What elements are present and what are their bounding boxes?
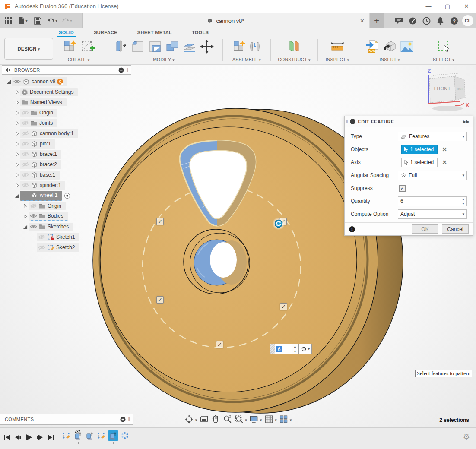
timeline-ruler[interactable]	[61, 444, 127, 446]
tree-arrow[interactable]	[22, 214, 29, 219]
tree-arrow[interactable]	[13, 90, 20, 95]
canvas-image-icon[interactable]	[400, 39, 414, 54]
browser-item-content[interactable]: Origin	[20, 109, 57, 117]
browser-item-content[interactable]: pin:1	[20, 139, 55, 149]
move-icon[interactable]	[200, 39, 214, 54]
pattern-quantity-input[interactable]: 6 ▲▼	[270, 344, 298, 354]
visibility-eye-off-icon[interactable]	[22, 183, 29, 188]
expand-arrow-icon[interactable]	[15, 183, 19, 188]
model-viewport[interactable]: FRONT RIGHT Z X ✓ ✓ ✓ ✓ ✓ 6 ▲▼ ▾ Select …	[0, 65, 476, 427]
app-menu-icon[interactable]	[2, 14, 15, 27]
visibility-eye-off-icon[interactable]	[22, 172, 29, 177]
expand-arrow-icon[interactable]	[15, 152, 19, 157]
browser-item-content[interactable]: cannon v8C	[12, 77, 67, 86]
angular-spacing-button[interactable]: ▾	[298, 344, 312, 354]
expand-arrow-icon[interactable]	[23, 214, 27, 219]
group-construct-label[interactable]: CONSTRUCT	[278, 57, 310, 62]
dialog-minimize-icon[interactable]: –	[350, 119, 355, 124]
expand-arrow-icon[interactable]	[15, 142, 19, 146]
type-dropdown[interactable]: Features▾	[398, 132, 467, 141]
browser-item-cannon-v8[interactable]: cannon v8C	[2, 76, 140, 87]
visibility-eye-off-icon[interactable]	[22, 141, 29, 146]
zoom-button[interactable]	[222, 414, 232, 424]
visibility-eye-icon[interactable]	[22, 193, 29, 198]
workspace-switcher[interactable]: DESIGN	[4, 38, 53, 60]
browser-item-content[interactable]: base:1	[20, 171, 60, 180]
browser-item-brace-1[interactable]: brace:1	[2, 149, 140, 159]
tree-arrow[interactable]	[22, 224, 29, 229]
browser-item-content[interactable]: brace:1	[20, 150, 61, 159]
angular-spacing-dropdown[interactable]: Full▾	[398, 171, 467, 180]
fillet-icon[interactable]	[130, 39, 145, 54]
visibility-eye-icon[interactable]	[13, 79, 21, 84]
pattern-instance-checkbox[interactable]: ✓	[156, 296, 164, 304]
browser-item-cannon-body-1[interactable]: cannon body:1	[2, 128, 140, 139]
visibility-eye-off-icon[interactable]	[22, 110, 29, 115]
select-icon[interactable]	[436, 39, 451, 54]
construct-plane-icon[interactable]	[286, 39, 302, 54]
browser-item-sketch1[interactable]: Sketch1	[2, 232, 140, 242]
tree-arrow[interactable]	[13, 100, 20, 105]
visibility-eye-off-icon[interactable]	[22, 152, 29, 157]
rotate-manipulator-icon[interactable]	[273, 218, 285, 230]
tree-arrow[interactable]	[13, 131, 20, 136]
add-comment-icon[interactable]	[120, 417, 126, 422]
insert-svg-icon[interactable]: SVG	[365, 39, 380, 54]
orbit-button[interactable]	[184, 414, 197, 424]
quantity-field[interactable]: 6 ▲▼	[398, 196, 467, 206]
browser-item-content[interactable]: Sketch2	[37, 243, 79, 252]
combine-icon[interactable]	[165, 39, 180, 54]
tree-arrow[interactable]	[13, 183, 20, 188]
panel-minimize-icon[interactable]	[118, 67, 124, 73]
tree-arrow[interactable]	[13, 162, 20, 167]
browser-item-spinder-1[interactable]: spinder:1	[2, 180, 140, 190]
step-forward-button[interactable]	[37, 434, 44, 441]
notifications-icon[interactable]	[435, 15, 446, 26]
save-button[interactable]	[31, 14, 44, 27]
tree-arrow[interactable]	[22, 204, 29, 209]
tree-arrow[interactable]	[13, 121, 20, 126]
document-tab[interactable]: cannon v8* ✕	[82, 13, 369, 28]
browser-item-named-views[interactable]: Named Views	[2, 97, 140, 108]
view-cube[interactable]: FRONT RIGHT Z X	[422, 68, 472, 114]
pattern-instance-checkbox[interactable]: ✓	[280, 303, 287, 310]
go-to-end-button[interactable]	[48, 434, 54, 441]
play-button[interactable]	[25, 433, 33, 441]
fit-button[interactable]	[234, 414, 247, 424]
suppress-checkbox[interactable]: ✓	[399, 185, 406, 192]
axis-clear-icon[interactable]: ✕	[442, 159, 447, 166]
browser-item-content[interactable]: cannon body:1	[20, 129, 78, 138]
timeline-feature-extrude[interactable]	[73, 430, 83, 441]
close-button[interactable]: ✕	[457, 0, 476, 13]
file-menu-button[interactable]: ▾	[16, 14, 29, 27]
tree-arrow[interactable]	[13, 152, 20, 157]
tree-arrow[interactable]	[13, 193, 20, 198]
look-at-button[interactable]	[199, 414, 209, 424]
job-status-icon[interactable]	[421, 15, 432, 26]
comments-panel-header[interactable]: COMMENTS ‖	[0, 414, 133, 425]
panel-grip[interactable]: ‖	[126, 67, 129, 73]
expand-arrow-icon[interactable]	[15, 173, 19, 177]
browser-item-content[interactable]: Named Views	[20, 98, 67, 106]
group-insert-label[interactable]: INSERT	[379, 57, 400, 62]
dialog-header[interactable]: ‖ – EDIT FEATURE ▶▶	[345, 116, 473, 127]
extensions-icon[interactable]	[407, 15, 418, 26]
offset-face-icon[interactable]	[182, 39, 197, 54]
axis-selected-button[interactable]: 1 selected	[401, 158, 438, 167]
expand-arrow-icon[interactable]	[15, 121, 19, 126]
expand-arrow-icon[interactable]	[15, 90, 19, 95]
collapse-panel-icon[interactable]	[6, 68, 11, 72]
avatar[interactable]: CL	[462, 15, 473, 26]
create-sketch-icon[interactable]	[80, 39, 95, 54]
undo-button[interactable]: ▾	[46, 14, 59, 27]
browser-item-sketch2[interactable]: Sketch2	[2, 242, 140, 253]
pan-button[interactable]	[211, 414, 220, 424]
browser-item-content[interactable]: Sketch1	[37, 233, 79, 241]
group-select-label[interactable]: SELECT	[433, 57, 454, 62]
browser-item-content[interactable]: Sketches	[29, 223, 73, 231]
visibility-eye-off-icon[interactable]	[38, 245, 45, 250]
group-inspect-label[interactable]: INSPECT	[326, 57, 349, 62]
new-component-icon[interactable]	[232, 40, 246, 54]
visibility-eye-off-icon[interactable]	[22, 131, 29, 136]
tab-solid[interactable]: SOLID	[57, 28, 76, 37]
